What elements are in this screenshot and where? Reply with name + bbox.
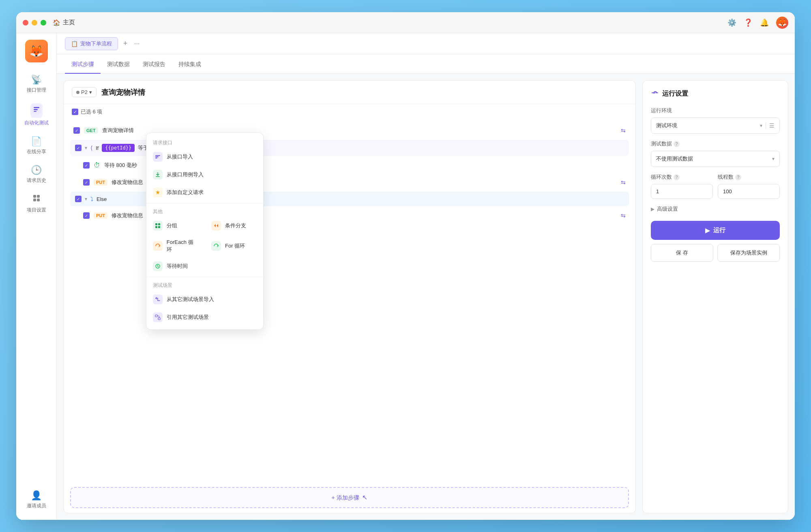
request-section-label: 请求接口 (146, 136, 263, 148)
import-from-scenario-icon (153, 295, 163, 304)
import-from-api-label: 从接口导入 (167, 153, 193, 160)
app-logo[interactable]: 🦊 (25, 40, 48, 62)
sidebar-item-api-management[interactable]: 📡 接口管理 (20, 71, 53, 98)
tab-pet-order[interactable]: 📋 宠物下单流程 (65, 37, 118, 50)
nav-tab-test-data[interactable]: 测试数据 (101, 61, 136, 74)
menu-item-condition-branch[interactable]: 条件分支 (205, 217, 263, 235)
svg-rect-3 (34, 111, 36, 112)
env-select-divider (766, 122, 766, 129)
menu-item-import-from-example[interactable]: 从接口用例导入 (146, 166, 263, 184)
avatar[interactable]: 🦊 (776, 17, 788, 29)
advanced-arrow: ▶ (651, 206, 654, 212)
sidebar-item-auto-test[interactable]: 自动化测试 (20, 99, 53, 130)
menu-item-custom-request[interactable]: 添加自定义请求 (146, 184, 263, 201)
thread-label: 线程数 ? (718, 173, 780, 181)
step-actions-put-fail[interactable]: ⇆ (621, 212, 626, 219)
dropdown-menu: 请求接口 从接口导入 (146, 132, 264, 330)
menu-item-for-loop[interactable]: For 循环 (205, 235, 263, 257)
loop-thread-settings: 循环次数 ? 线程数 ? (651, 173, 780, 199)
sidebar-item-online-share[interactable]: 📄 在线分享 (20, 132, 53, 159)
add-step-button[interactable]: + 添加步骤 ↖ (70, 487, 629, 508)
env-select[interactable]: 测试环境 ▾ ☰ (651, 118, 780, 134)
loop-input[interactable] (651, 184, 713, 199)
thread-help-icon[interactable]: ? (735, 174, 741, 180)
step-checkbox-wait[interactable]: ✓ (83, 162, 90, 169)
foreach-loop-label: ForEach 循环 (167, 239, 198, 253)
nav-tab-test-report[interactable]: 测试报告 (136, 61, 172, 74)
nav-tab-test-steps[interactable]: 测试步骤 (65, 61, 101, 74)
window-controls (23, 20, 46, 26)
run-icon: ▶ (705, 227, 710, 234)
step-checkbox-put-success[interactable]: ✓ (83, 179, 90, 186)
sidebar-item-request-history-label: 请求历史 (27, 177, 46, 184)
else-expand[interactable]: ▾ (85, 196, 87, 202)
close-button[interactable] (23, 20, 28, 26)
loop-setting: 循环次数 ? (651, 173, 713, 199)
menu-item-import-from-scenario[interactable]: 从其它测试场景导入 (146, 291, 263, 308)
settings-header: 运行设置 (651, 89, 780, 99)
sidebar-item-project-settings[interactable]: 项目设置 (20, 190, 53, 218)
menu-item-import-from-api[interactable]: 从接口导入 (146, 148, 263, 166)
help-icon[interactable]: ❓ (744, 18, 753, 27)
nav-tab-ci-cd[interactable]: 持续集成 (172, 61, 208, 74)
api-management-icon: 📡 (31, 75, 42, 85)
ref-scenario-icon (153, 312, 163, 322)
loop-help-icon[interactable]: ? (674, 174, 680, 180)
tabbar-add-button[interactable]: + (120, 38, 131, 49)
step-method-get: GET (84, 127, 98, 134)
tab-label: 宠物下单流程 (80, 40, 112, 47)
step-checkbox-get[interactable]: ✓ (73, 127, 80, 134)
priority-badge[interactable]: P2 ▾ (72, 87, 97, 97)
data-help-icon[interactable]: ? (674, 141, 680, 147)
if-expand[interactable]: ▾ (85, 145, 87, 151)
svg-rect-9 (155, 155, 160, 156)
env-value: 测试环境 (656, 122, 677, 129)
svg-rect-7 (37, 199, 40, 201)
run-button[interactable]: ▶ 运行 (651, 221, 780, 240)
maximize-button[interactable] (41, 20, 46, 26)
svg-rect-4 (33, 195, 36, 198)
minimize-button[interactable] (32, 20, 37, 26)
sidebar-item-invite-members[interactable]: 👤 邀请成员 (20, 486, 53, 513)
svg-rect-17 (158, 223, 160, 225)
content: 📋 宠物下单流程 + ··· 测试步骤 测试数据 测试报告 持续集成 (57, 33, 795, 520)
sidebar-item-online-share-label: 在线分享 (27, 148, 46, 155)
data-select[interactable]: 不使用测试数据 ▾ (651, 151, 780, 167)
menu-item-wait-time[interactable]: 等待时间 (146, 257, 263, 275)
foreach-loop-icon (153, 241, 163, 251)
menu-item-foreach-loop[interactable]: ForEach 循环 (146, 235, 205, 257)
project-settings-icon (32, 194, 41, 205)
data-select-arrow: ▾ (772, 156, 775, 162)
step-checkbox-put-fail[interactable]: ✓ (83, 212, 90, 219)
notification-icon[interactable]: 🔔 (760, 18, 769, 27)
svg-point-29 (653, 92, 655, 94)
tabbar-more-button[interactable]: ··· (134, 40, 139, 47)
step-actions-put-success[interactable]: ⇆ (621, 179, 626, 186)
data-setting: 测试数据 ? 不使用测试数据 ▾ (651, 140, 780, 167)
loop-label: 循环次数 ? (651, 173, 713, 181)
advanced-toggle[interactable]: ▶ 高级设置 (651, 205, 780, 213)
step-checkbox-else[interactable]: ✓ (75, 196, 82, 202)
settings-icon[interactable]: ⚙️ (727, 18, 736, 27)
menu-item-ref-scenario[interactable]: 引用其它测试场景 (146, 308, 263, 326)
step-method-put-fail: PUT (94, 212, 107, 219)
menu-item-group[interactable]: 分组 (146, 217, 205, 235)
steps-title: 查询宠物详情 (101, 88, 145, 97)
save-button[interactable]: 保 存 (651, 244, 713, 262)
selected-info: ✓ 已选 6 项 (64, 104, 635, 120)
env-label: 运行环境 (651, 107, 780, 114)
import-from-api-icon (153, 152, 163, 162)
thread-input[interactable] (718, 184, 780, 199)
step-checkbox-if[interactable]: ✓ (75, 145, 82, 151)
save-scenario-button[interactable]: 保存为场景实例 (717, 244, 780, 262)
bottom-buttons: 保 存 保存为场景实例 (651, 244, 780, 262)
advanced-label: 高级设置 (657, 205, 678, 213)
sidebar-item-invite-members-label: 邀请成员 (27, 502, 46, 509)
home-nav[interactable]: 🏠 主页 (53, 19, 75, 26)
step-actions-get[interactable]: ⇆ (621, 127, 626, 134)
env-setting: 运行环境 测试环境 ▾ ☰ (651, 107, 780, 134)
for-loop-icon (211, 241, 221, 251)
data-label: 测试数据 ? (651, 140, 780, 147)
sidebar-item-request-history[interactable]: 🕒 请求历史 (20, 161, 53, 188)
priority-arrow: ▾ (89, 89, 92, 95)
